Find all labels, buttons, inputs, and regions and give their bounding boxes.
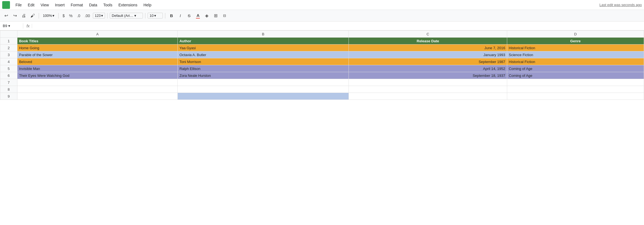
menu-data[interactable]: Data: [86, 2, 100, 8]
toolbar-sep-5: [165, 13, 165, 19]
table-cell[interactable]: Beloved: [17, 58, 177, 65]
table-cell[interactable]: September 18, 1937: [349, 72, 507, 79]
table-cell[interactable]: Historical Fiction: [507, 45, 644, 51]
table-cell[interactable]: Invisible Man: [17, 65, 177, 72]
table-cell[interactable]: Parable of the Sower: [17, 51, 177, 58]
formula-input[interactable]: [33, 23, 643, 28]
table-row: 2Home GoingYaa GyasiJune 7, 2016Historic…: [0, 45, 644, 51]
merge-cells-button[interactable]: ⊟: [221, 12, 228, 20]
menu-format[interactable]: Format: [68, 2, 86, 8]
col-header-a[interactable]: A: [17, 31, 177, 38]
table-cell[interactable]: [507, 79, 644, 86]
row-header[interactable]: 1: [0, 38, 17, 45]
number-format-selector[interactable]: 123 ▾: [93, 13, 105, 19]
table-cell[interactable]: Octavia A. Butler: [178, 51, 349, 58]
row-header[interactable]: 3: [0, 51, 17, 58]
table-row: 8: [0, 86, 644, 93]
table-cell[interactable]: January 1993: [349, 51, 507, 58]
menu-file[interactable]: File: [13, 2, 25, 8]
menu-view[interactable]: View: [38, 2, 52, 8]
font-size-arrow-icon: ▾: [154, 14, 156, 18]
undo-button[interactable]: ↩: [2, 12, 10, 20]
menu-edit[interactable]: Edit: [25, 2, 37, 8]
table-cell[interactable]: April 14, 1952: [349, 65, 507, 72]
table-cell[interactable]: Home Going: [17, 45, 177, 51]
italic-button[interactable]: I: [176, 12, 184, 20]
table-cell[interactable]: Historical Fiction: [507, 58, 644, 65]
spreadsheet-container: A B C D 1Book TitlesAuthorRelease DateGe…: [0, 30, 644, 225]
table-cell[interactable]: September 1987: [349, 58, 507, 65]
cell-reference-box[interactable]: B9 ▾: [1, 23, 23, 28]
table-cell[interactable]: Ralph Ellison: [178, 65, 349, 72]
menu-insert[interactable]: Insert: [52, 2, 67, 8]
row-header[interactable]: 9: [0, 93, 17, 100]
menu-help[interactable]: Help: [141, 2, 154, 8]
row-header[interactable]: 7: [0, 79, 17, 86]
row-header[interactable]: 4: [0, 58, 17, 65]
strikethrough-button[interactable]: S: [185, 12, 193, 20]
borders-button[interactable]: ⊞: [212, 12, 219, 20]
font-selector[interactable]: Default (Ari… ▾: [110, 13, 143, 19]
decimal-increase-button[interactable]: .00: [83, 13, 91, 19]
table-cell[interactable]: Coming of Age: [507, 65, 644, 72]
table-cell[interactable]: [17, 93, 177, 100]
table-row: 3Parable of the SowerOctavia A. ButlerJa…: [0, 51, 644, 58]
text-color-button[interactable]: A: [194, 12, 202, 20]
spreadsheet-table: A B C D 1Book TitlesAuthorRelease DateGe…: [0, 30, 644, 100]
formula-bar: B9 ▾ fx: [0, 22, 644, 30]
table-cell[interactable]: [17, 86, 177, 93]
table-cell[interactable]: [507, 86, 644, 93]
table-cell[interactable]: Toni Morrison: [178, 58, 349, 65]
zoom-value: 100%: [43, 14, 52, 18]
table-cell[interactable]: June 7, 2016: [349, 45, 507, 51]
table-cell[interactable]: Their Eyes Were Watching God: [17, 72, 177, 79]
table-cell[interactable]: [349, 79, 507, 86]
paint-format-button[interactable]: 🖌: [29, 12, 36, 20]
table-cell[interactable]: [507, 93, 644, 100]
toolbar: ↩ ↪ 🖨 🖌 100% ▾ $ % .0 .00 123 ▾ Default …: [0, 10, 644, 22]
print-button[interactable]: 🖨: [20, 12, 28, 20]
menu-tools[interactable]: Tools: [101, 2, 115, 8]
toolbar-sep-1: [39, 13, 39, 19]
currency-button[interactable]: $: [61, 13, 66, 19]
zoom-selector[interactable]: 100% ▾: [41, 13, 56, 18]
table-cell[interactable]: Coming of Age: [507, 72, 644, 79]
table-cell[interactable]: [349, 93, 507, 100]
table-cell[interactable]: Science Fiction: [507, 51, 644, 58]
table-row: 7: [0, 79, 644, 86]
app-logo: [2, 1, 10, 9]
col-header-c[interactable]: C: [349, 31, 507, 38]
table-cell[interactable]: Book Titles: [17, 38, 177, 45]
row-header[interactable]: 8: [0, 86, 17, 93]
table-cell[interactable]: Genre: [507, 38, 644, 45]
table-cell[interactable]: [178, 86, 349, 93]
toolbar-sep-3: [107, 13, 108, 19]
table-row: 4BelovedToni MorrisonSeptember 1987Histo…: [0, 58, 644, 65]
table-cell[interactable]: Release Date: [349, 38, 507, 45]
col-header-row-num: [0, 31, 17, 38]
row-header[interactable]: 6: [0, 72, 17, 79]
number-format-arrow-icon: ▾: [101, 14, 103, 18]
table-cell[interactable]: Yaa Gyasi: [178, 45, 349, 51]
redo-button[interactable]: ↪: [11, 12, 19, 20]
font-size-selector[interactable]: 10 ▾: [148, 13, 163, 19]
bold-button[interactable]: B: [167, 12, 175, 20]
fill-color-button[interactable]: ◈: [203, 12, 211, 20]
percent-button[interactable]: %: [67, 13, 74, 19]
zoom-arrow-icon: ▾: [53, 14, 54, 18]
toolbar-sep-4: [145, 13, 145, 19]
font-name-value: Default (Ari…: [112, 14, 133, 18]
table-cell[interactable]: Zora Neale Hurston: [178, 72, 349, 79]
col-header-b[interactable]: B: [178, 31, 349, 38]
menu-extensions[interactable]: Extensions: [116, 2, 140, 8]
row-header[interactable]: 2: [0, 45, 17, 51]
col-header-d[interactable]: D: [507, 31, 644, 38]
row-header[interactable]: 5: [0, 65, 17, 72]
decimal-decrease-button[interactable]: .0: [75, 13, 82, 19]
table-cell[interactable]: [17, 79, 177, 86]
menu-bar: File Edit View Insert Format Data Tools …: [0, 0, 644, 10]
table-cell[interactable]: Author: [178, 38, 349, 45]
table-cell[interactable]: [178, 93, 349, 100]
table-cell[interactable]: [178, 79, 349, 86]
table-cell[interactable]: [349, 86, 507, 93]
